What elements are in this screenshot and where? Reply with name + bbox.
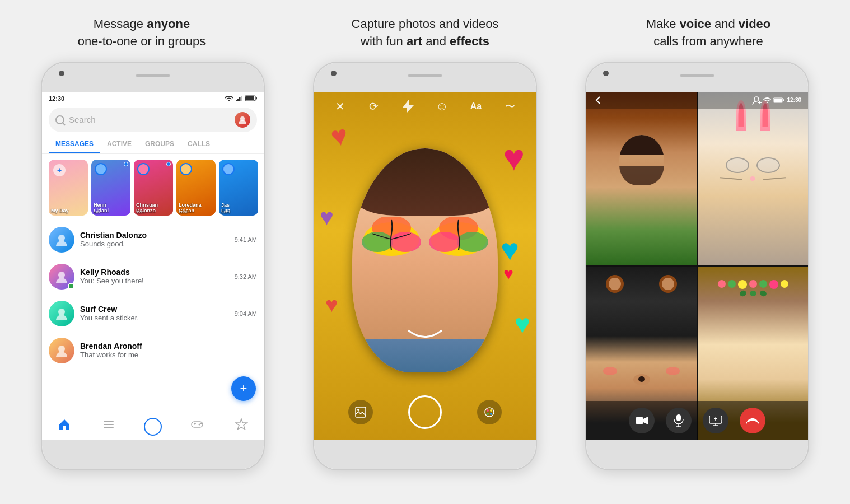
tab-groups[interactable]: GROUPS <box>138 136 181 153</box>
svg-point-30 <box>357 409 359 411</box>
story-my-day-label: My Day <box>51 208 86 213</box>
vc-status-icons: 12:30 <box>763 97 801 103</box>
msg-item-christian[interactable]: Christian Dalonzo Sounds good. 9:41 AM <box>42 221 264 258</box>
camera-screen: ✕ ⟳ ☺ Aa 〜 ♥ ♥ ♥ <box>314 92 536 440</box>
vc-person-1 <box>586 92 697 265</box>
nav-home[interactable] <box>52 418 77 436</box>
phone-2-bottom-bezel <box>314 440 536 469</box>
search-bar[interactable]: Search <box>49 108 257 132</box>
phone-2-camera <box>331 71 337 76</box>
svg-rect-42 <box>676 414 681 421</box>
emoji-icon[interactable]: ☺ <box>434 99 450 114</box>
msg-time-surf: 9:04 AM <box>235 310 257 317</box>
tab-active[interactable]: ACTIVE <box>100 136 138 153</box>
rotate-camera-icon[interactable]: ⟳ <box>366 99 382 114</box>
message-list: Christian Dalonzo Sounds good. 9:41 AM <box>42 221 264 413</box>
svg-point-35 <box>490 413 492 415</box>
svg-rect-41 <box>636 417 643 424</box>
vc-screen-share-btn[interactable] <box>703 408 728 433</box>
vc-time: 12:30 <box>787 97 801 103</box>
msg-content-brendan: Brendan Aronoff That works for me <box>80 342 251 359</box>
whiskers <box>717 174 790 183</box>
svg-rect-13 <box>104 421 114 422</box>
user-avatar <box>235 112 250 128</box>
video-grid <box>586 92 808 440</box>
flash-icon[interactable] <box>400 99 416 114</box>
svg-point-0 <box>228 100 230 101</box>
msg-avatar-kelly <box>49 264 74 290</box>
effect-icon[interactable]: 〜 <box>502 99 518 114</box>
shutter-button[interactable] <box>408 395 442 429</box>
story-loredana[interactable]: LoredanaCrisan 26m <box>176 160 216 216</box>
svg-point-34 <box>487 413 489 415</box>
compose-fab[interactable]: + <box>231 376 256 401</box>
msg-preview-brendan: That works for me <box>80 351 251 359</box>
svg-point-24 <box>390 232 421 252</box>
eyes-area <box>358 216 492 260</box>
avatar-brendan-icon <box>54 343 69 358</box>
star-icon <box>235 418 248 431</box>
close-camera-icon[interactable]: ✕ <box>332 99 348 114</box>
svg-point-40 <box>754 97 759 101</box>
msg-item-brendan[interactable]: Brendan Aronoff That works for me <box>42 332 264 369</box>
svg-point-33 <box>490 409 492 412</box>
phone-2-top-bezel <box>314 63 536 92</box>
vc-video-btn[interactable] <box>629 408 655 433</box>
search-icon <box>55 115 64 124</box>
svg-point-31 <box>485 408 494 417</box>
svg-point-23 <box>362 232 393 252</box>
header-3: Make voice and videocalls from anywhere <box>574 16 843 50</box>
svg-rect-20 <box>194 422 195 424</box>
nav-list[interactable] <box>96 418 121 436</box>
nav-controller[interactable] <box>185 418 209 436</box>
phone-1-screen: 12:30 <box>42 92 264 440</box>
search-placeholder: Search <box>69 115 230 124</box>
story-henri[interactable]: HenriLiriani 1m <box>91 160 130 216</box>
avatar-icon <box>237 115 247 125</box>
gallery-icon[interactable] <box>348 400 373 424</box>
face-portrait <box>352 148 498 372</box>
msg-avatar-surf <box>49 301 74 326</box>
story-christian[interactable]: ChristianDalonzo 12m <box>134 160 173 216</box>
msg-item-surf[interactable]: Surf Crew You sent a sticker. 9:04 AM <box>42 295 264 332</box>
msg-name-surf: Surf Crew <box>80 305 229 314</box>
phone-3: 12:30 <box>585 62 809 470</box>
text-icon[interactable]: Aa <box>468 99 484 114</box>
tab-calls[interactable]: CALLS <box>181 136 217 153</box>
mic-icon <box>674 414 684 427</box>
vc-end-call-btn[interactable] <box>740 408 765 433</box>
phone-2: ✕ ⟳ ☺ Aa 〜 ♥ ♥ ♥ <box>313 62 537 470</box>
svg-point-18 <box>200 422 202 424</box>
vc-extra-icons <box>752 95 763 106</box>
header-1: Message anyoneone-to-one or in groups <box>7 16 276 50</box>
story-jas[interactable]: JasFun 28m <box>219 160 258 216</box>
header-2: Capture photos and videoswith fun art an… <box>291 16 559 50</box>
controller-icon <box>190 418 204 431</box>
svg-point-28 <box>429 232 460 252</box>
vc-mic-btn[interactable] <box>666 408 692 433</box>
msg-time-kelly: 9:32 AM <box>235 273 257 280</box>
nav-camera[interactable] <box>141 418 165 436</box>
svg-rect-15 <box>104 427 114 428</box>
msg-avatar-brendan <box>49 338 74 363</box>
gallery-svg <box>354 406 367 418</box>
story-my-day[interactable]: + My Day <box>49 160 88 216</box>
tab-messages[interactable]: MESSAGES <box>49 136 100 153</box>
palette-svg <box>483 406 496 418</box>
nav-star[interactable] <box>229 418 254 436</box>
msg-content-surf: Surf Crew You sent a sticker. <box>80 305 229 322</box>
svg-point-36 <box>767 101 768 102</box>
msg-preview-surf: You sent a sticker. <box>80 314 229 322</box>
hair <box>352 148 498 216</box>
wifi-icon <box>225 96 233 101</box>
signal-icon <box>236 96 242 101</box>
flower-crown <box>718 280 788 289</box>
fab-icon: + <box>240 381 247 396</box>
vc-battery-icon <box>773 97 784 103</box>
msg-item-kelly[interactable]: Kelly Rhoads You: See you there! 9:32 AM <box>42 258 264 295</box>
msg-preview-kelly: You: See you there! <box>80 277 229 285</box>
svg-rect-4 <box>241 96 242 101</box>
svg-rect-6 <box>245 96 254 100</box>
story-henri-time: 1m <box>94 209 100 214</box>
effects-palette-icon[interactable] <box>477 400 502 424</box>
